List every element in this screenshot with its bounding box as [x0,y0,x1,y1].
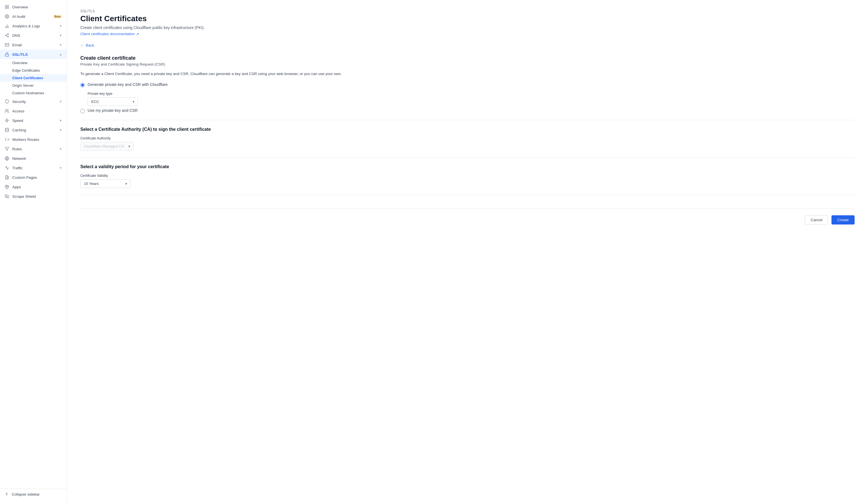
chevron-down-icon: ▼ [59,128,62,132]
filter-icon [4,146,10,151]
section-description: To generate a Client Certificate, you ne… [80,71,855,77]
shield-icon [4,99,10,104]
back-link[interactable]: ← Back [80,43,94,48]
divider-1 [80,120,855,120]
validity-section-title: Select a validity period for your certif… [80,164,855,169]
sidebar-item-label: Traffic [12,166,56,170]
sidebar-item-caching[interactable]: Caching ▼ [0,125,67,135]
collapse-icon [4,492,9,497]
radio-use-own-input[interactable] [80,109,85,113]
collapse-sidebar-button[interactable]: Collapse sidebar [0,489,67,500]
back-link-label: Back [86,43,94,48]
ca-select-wrapper: Cloudflare Managed CA ▼ [80,142,134,150]
zap-icon [4,118,10,123]
ca-select[interactable]: Cloudflare Managed CA [80,142,134,150]
beta-badge: Beta [53,15,62,18]
sidebar-item-label: Access [12,109,62,113]
chevron-down-icon: ▼ [59,34,62,37]
private-key-type-group: Private key type ECC RSA ▼ [87,92,855,106]
sidebar-item-label: Security [12,100,56,104]
sidebar-item-label: Speed [12,118,56,123]
sidebar-item-analytics-logs[interactable]: Analytics & Logs ▼ [0,21,67,31]
radio-use-own-option[interactable]: Use my private key and CSR [80,108,855,113]
radio-generate-input[interactable] [80,83,85,87]
sidebar-item-label: Caching [12,128,56,132]
sidebar-item-dns[interactable]: DNS ▼ [0,31,67,40]
svg-marker-27 [5,147,9,150]
docs-link[interactable]: Client certificates documentation ↗ [80,32,139,36]
chevron-down-icon: ▼ [59,43,62,46]
divider-3 [80,195,855,195]
breadcrumb: SSL/TLS [80,9,855,13]
ca-section: Select a Certificate Authority (CA) to s… [80,127,855,150]
page-title: Client Certificates [80,14,855,23]
section-subtitle: Private Key and Certificate Signing Requ… [80,62,855,66]
ca-label: Certificate Authority [80,136,855,140]
code-icon [4,137,10,142]
sidebar-item-label: Rules [12,147,56,151]
svg-rect-23 [5,54,9,56]
sidebar-item-apps[interactable]: Apps [0,182,67,191]
sidebar-item-label: Apps [12,185,62,189]
bar-chart-icon [4,23,10,29]
sidebar-item-scrape-shield[interactable]: Scrape Shield [0,191,67,201]
sidebar-item-label: Scrape Shield [12,195,62,199]
create-button[interactable]: Create [831,215,855,224]
share-icon [4,33,10,38]
sidebar-item-overview[interactable]: Overview [0,2,67,12]
package-icon [4,184,10,189]
validity-label: Certificate Validity [80,174,855,178]
sidebar-sub-item-client-certificates[interactable]: Client Certificates [0,74,67,82]
sidebar-sub-item-edge-certificates[interactable]: Edge Certificates [0,67,67,74]
sidebar-sub-item-origin-server[interactable]: Origin Server [0,82,67,89]
svg-rect-1 [7,5,9,7]
client-certificates-label: Client Certificates [12,76,43,80]
chevron-down-icon: ▼ [59,24,62,28]
svg-rect-5 [7,16,8,17]
private-key-type-select[interactable]: ECC RSA [87,97,138,106]
origin-server-label: Origin Server [12,83,34,87]
radio-use-own-label: Use my private key and CSR [87,108,138,113]
sidebar-item-network[interactable]: Network [0,154,67,163]
sidebar-item-workers-routes[interactable]: Workers Routes [0,135,67,144]
divider-2 [80,157,855,158]
svg-rect-2 [5,7,7,9]
radio-generate-option[interactable]: Generate private key and CSR with Cloudf… [80,82,855,87]
svg-point-26 [5,128,9,129]
lock-icon [4,52,10,57]
sidebar-item-label: AI Audit [12,14,48,19]
sidebar-item-ssl-tls[interactable]: SSL/TLS ▲ [0,50,67,59]
sidebar-item-label: Custom Pages [12,175,62,180]
docs-link-label: Client certificates documentation [80,32,135,36]
private-key-type-label: Private key type [87,92,855,96]
main-content: SSL/TLS Client Certificates Create clien… [67,0,868,502]
svg-rect-0 [5,5,7,7]
sidebar-item-traffic[interactable]: Traffic ▼ [0,163,67,172]
globe-icon [4,156,10,161]
sidebar-item-access[interactable]: Access [0,106,67,116]
custom-hostnames-label: Custom Hostnames [12,91,44,95]
sidebar-item-ai-audit[interactable]: AI Audit Beta [0,12,67,21]
validity-select[interactable]: 1 Year 2 Years 5 Years 10 Years 15 Years [80,179,131,188]
ca-section-title: Select a Certificate Authority (CA) to s… [80,127,855,132]
sidebar-item-label: Network [12,156,62,161]
mail-icon [4,42,10,48]
sidebar-item-custom-pages[interactable]: Custom Pages [0,172,67,182]
sidebar-sub-item-custom-hostnames[interactable]: Custom Hostnames [0,89,67,97]
private-key-type-select-wrapper: ECC RSA ▼ [87,97,138,106]
sidebar-item-label: Email [12,43,56,47]
page-description: Create client certificates using Cloudfl… [80,25,855,30]
radio-generate-label: Generate private key and CSR with Cloudf… [87,82,168,87]
sidebar-item-rules[interactable]: Rules ▼ [0,144,67,154]
sidebar-item-speed[interactable]: Speed ▼ [0,116,67,125]
sidebar-item-email[interactable]: Email ▼ [0,40,67,50]
footer-actions: Cancel Create [80,208,855,224]
sidebar-item-label: Analytics & Logs [12,24,56,28]
svg-line-21 [7,36,8,36]
validity-section: Select a validity period for your certif… [80,164,855,188]
cancel-button[interactable]: Cancel [805,215,828,224]
sidebar-sub-item-ssl-overview[interactable]: Overview [0,59,67,67]
svg-marker-25 [5,118,9,122]
sidebar-item-security[interactable]: Security ▼ [0,97,67,106]
chevron-down-icon: ▼ [59,100,62,103]
